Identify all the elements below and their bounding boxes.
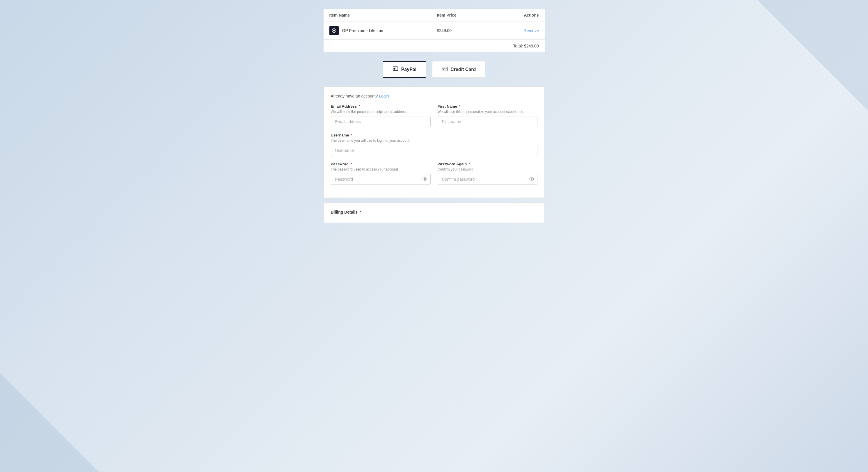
email-firstname-row: Email Address * We will send the purchas… [331,104,537,127]
confirm-password-input-wrapper [438,174,537,185]
already-account-text: Already have an account? Login [331,94,537,98]
confirm-password-hint: Confirm your password. [438,167,537,171]
svg-point-9 [529,178,533,181]
billing-required: * [359,210,361,215]
svg-rect-4 [442,67,447,71]
credit-card-label: Credit Card [451,67,476,72]
cart-header: Item Name Item Price Actions [323,9,545,22]
confirm-password-label: Password Again * [438,162,537,166]
password-input-wrapper [331,174,431,185]
cart-total: Total: $249.00 [323,39,545,52]
confirm-password-eye-icon[interactable] [529,177,534,182]
firstname-group: First Name * We will use this to persona… [438,104,537,127]
billing-title: Billing Details * [331,210,537,215]
confirm-password-input[interactable] [438,174,537,185]
svg-point-3 [394,68,396,70]
firstname-required: * [458,104,461,108]
confirm-password-required: * [468,162,470,166]
paypal-button[interactable]: PayPal [383,61,426,78]
password-input[interactable] [331,174,431,185]
svg-point-1 [333,30,335,31]
firstname-input[interactable] [438,116,537,127]
username-group: Username * The username you will use to … [331,133,537,156]
item-price: $249.00 [437,28,495,33]
item-icon [330,26,339,35]
col-header-actions: Actions [495,13,539,18]
remove-button[interactable]: Remove [524,28,538,33]
login-link[interactable]: Login [379,94,389,98]
confirm-password-group: Password Again * Confirm your password. [438,162,537,185]
account-form: Already have an account? Login Email Add… [323,87,545,198]
svg-point-10 [531,178,532,180]
payment-methods: PayPal Credit Card [323,61,545,78]
username-hint: The username you will use to log into yo… [331,138,537,143]
username-row: Username * The username you will use to … [331,133,537,156]
credit-card-button[interactable]: Credit Card [432,61,485,78]
paypal-icon [393,66,398,73]
email-required: * [358,104,360,108]
col-header-item-name: Item Name [330,13,437,18]
main-content: Item Name Item Price Actions GP Premium … [323,0,545,240]
email-group: Email Address * We will send the purchas… [331,104,431,127]
billing-section: Billing Details * [323,202,545,223]
item-name: GP Premium - Lifetime [342,28,383,33]
firstname-label: First Name * [438,104,537,108]
item-actions: Remove [495,28,539,33]
email-hint: We will send the purchase receipt to thi… [331,110,431,114]
email-input[interactable] [331,116,431,127]
svg-point-8 [424,178,426,180]
paypal-label: PayPal [401,67,416,72]
password-group: Password * The password used to access y… [331,162,431,185]
email-label: Email Address * [331,104,431,108]
credit-card-icon [442,67,447,72]
password-eye-icon[interactable] [423,177,427,182]
password-row: Password * The password used to access y… [331,162,537,185]
username-label: Username * [331,133,537,137]
firstname-hint: We will use this to personalize your acc… [438,110,537,114]
cart-table: Item Name Item Price Actions GP Premium … [323,9,545,52]
username-input[interactable] [331,145,537,156]
username-required: * [350,133,352,137]
svg-rect-6 [443,69,444,70]
password-label: Password * [331,162,431,166]
password-hint: The password used to access your account… [331,167,431,171]
password-required: * [349,162,352,166]
svg-point-7 [423,178,427,181]
table-row: GP Premium - Lifetime $249.00 Remove [323,22,545,39]
col-header-item-price: Item Price [437,13,495,18]
